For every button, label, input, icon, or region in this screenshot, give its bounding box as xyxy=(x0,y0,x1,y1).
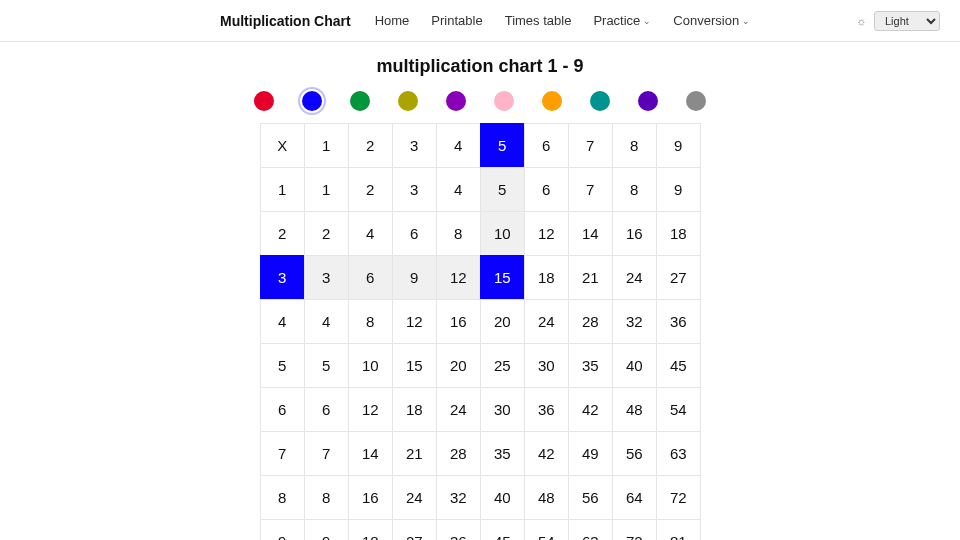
grid-cell-r2-c6[interactable]: 12 xyxy=(524,211,569,256)
grid-cell-r3-c5[interactable]: 15 xyxy=(480,255,525,300)
grid-cell-r5-c4[interactable]: 20 xyxy=(436,343,481,388)
grid-cell-r7-c7[interactable]: 49 xyxy=(568,431,613,476)
grid-cell-r8-c6[interactable]: 48 xyxy=(524,475,569,520)
grid-cell-r7-c3[interactable]: 21 xyxy=(392,431,437,476)
grid-cell-r9-c5[interactable]: 45 xyxy=(480,519,525,540)
grid-cell-r1-c7[interactable]: 7 xyxy=(568,167,613,212)
theme-select[interactable]: Light xyxy=(874,11,940,31)
grid-cell-r2-c9[interactable]: 18 xyxy=(656,211,701,256)
grid-cell-r5-c6[interactable]: 30 xyxy=(524,343,569,388)
grid-cell-r8-c3[interactable]: 24 xyxy=(392,475,437,520)
grid-cell-r9-c3[interactable]: 27 xyxy=(392,519,437,540)
color-swatch-4[interactable] xyxy=(446,91,466,111)
grid-cell-r1-c1[interactable]: 1 xyxy=(304,167,349,212)
grid-cell-r8-c4[interactable]: 32 xyxy=(436,475,481,520)
grid-col-header-1[interactable]: 1 xyxy=(304,123,349,168)
grid-cell-r9-c1[interactable]: 9 xyxy=(304,519,349,540)
grid-cell-r6-c3[interactable]: 18 xyxy=(392,387,437,432)
grid-cell-r9-c8[interactable]: 72 xyxy=(612,519,657,540)
color-swatch-6[interactable] xyxy=(542,91,562,111)
color-swatch-5[interactable] xyxy=(494,91,514,111)
grid-cell-r1-c8[interactable]: 8 xyxy=(612,167,657,212)
grid-cell-r5-c2[interactable]: 10 xyxy=(348,343,393,388)
grid-cell-r3-c3[interactable]: 9 xyxy=(392,255,437,300)
nav-item-home[interactable]: Home xyxy=(375,13,410,28)
grid-row-header-5[interactable]: 5 xyxy=(260,343,305,388)
grid-cell-r3-c6[interactable]: 18 xyxy=(524,255,569,300)
grid-cell-r2-c4[interactable]: 8 xyxy=(436,211,481,256)
grid-cell-r3-c4[interactable]: 12 xyxy=(436,255,481,300)
grid-cell-r6-c6[interactable]: 36 xyxy=(524,387,569,432)
grid-cell-r3-c7[interactable]: 21 xyxy=(568,255,613,300)
grid-cell-r6-c8[interactable]: 48 xyxy=(612,387,657,432)
grid-cell-r4-c8[interactable]: 32 xyxy=(612,299,657,344)
grid-cell-r8-c7[interactable]: 56 xyxy=(568,475,613,520)
grid-cell-r3-c1[interactable]: 3 xyxy=(304,255,349,300)
grid-row-header-8[interactable]: 8 xyxy=(260,475,305,520)
grid-cell-r8-c2[interactable]: 16 xyxy=(348,475,393,520)
nav-item-conversion[interactable]: Conversion⌄ xyxy=(673,13,750,28)
grid-row-header-4[interactable]: 4 xyxy=(260,299,305,344)
grid-cell-r5-c9[interactable]: 45 xyxy=(656,343,701,388)
grid-cell-r2-c8[interactable]: 16 xyxy=(612,211,657,256)
grid-cell-r9-c2[interactable]: 18 xyxy=(348,519,393,540)
grid-row-header-2[interactable]: 2 xyxy=(260,211,305,256)
grid-cell-r1-c2[interactable]: 2 xyxy=(348,167,393,212)
grid-cell-r6-c4[interactable]: 24 xyxy=(436,387,481,432)
grid-cell-r4-c5[interactable]: 20 xyxy=(480,299,525,344)
grid-corner[interactable]: X xyxy=(260,123,305,168)
grid-cell-r4-c4[interactable]: 16 xyxy=(436,299,481,344)
color-swatch-8[interactable] xyxy=(638,91,658,111)
grid-cell-r1-c4[interactable]: 4 xyxy=(436,167,481,212)
grid-cell-r3-c9[interactable]: 27 xyxy=(656,255,701,300)
nav-item-printable[interactable]: Printable xyxy=(431,13,482,28)
grid-cell-r7-c4[interactable]: 28 xyxy=(436,431,481,476)
grid-row-header-7[interactable]: 7 xyxy=(260,431,305,476)
grid-cell-r4-c1[interactable]: 4 xyxy=(304,299,349,344)
grid-row-header-1[interactable]: 1 xyxy=(260,167,305,212)
grid-row-header-3[interactable]: 3 xyxy=(260,255,305,300)
grid-cell-r8-c9[interactable]: 72 xyxy=(656,475,701,520)
grid-cell-r6-c1[interactable]: 6 xyxy=(304,387,349,432)
grid-cell-r1-c9[interactable]: 9 xyxy=(656,167,701,212)
color-swatch-7[interactable] xyxy=(590,91,610,111)
nav-item-times-table[interactable]: Times table xyxy=(505,13,572,28)
grid-col-header-9[interactable]: 9 xyxy=(656,123,701,168)
grid-row-header-6[interactable]: 6 xyxy=(260,387,305,432)
grid-cell-r9-c7[interactable]: 63 xyxy=(568,519,613,540)
grid-col-header-7[interactable]: 7 xyxy=(568,123,613,168)
color-swatch-9[interactable] xyxy=(686,91,706,111)
grid-cell-r4-c3[interactable]: 12 xyxy=(392,299,437,344)
grid-cell-r7-c2[interactable]: 14 xyxy=(348,431,393,476)
grid-cell-r7-c9[interactable]: 63 xyxy=(656,431,701,476)
grid-col-header-5[interactable]: 5 xyxy=(480,123,525,168)
grid-cell-r4-c2[interactable]: 8 xyxy=(348,299,393,344)
grid-row-header-9[interactable]: 9 xyxy=(260,519,305,540)
grid-cell-r3-c2[interactable]: 6 xyxy=(348,255,393,300)
color-swatch-2[interactable] xyxy=(350,91,370,111)
grid-cell-r2-c7[interactable]: 14 xyxy=(568,211,613,256)
grid-cell-r7-c5[interactable]: 35 xyxy=(480,431,525,476)
grid-col-header-4[interactable]: 4 xyxy=(436,123,481,168)
grid-cell-r1-c6[interactable]: 6 xyxy=(524,167,569,212)
grid-cell-r2-c1[interactable]: 2 xyxy=(304,211,349,256)
grid-cell-r9-c9[interactable]: 81 xyxy=(656,519,701,540)
grid-cell-r3-c8[interactable]: 24 xyxy=(612,255,657,300)
grid-cell-r2-c2[interactable]: 4 xyxy=(348,211,393,256)
grid-col-header-3[interactable]: 3 xyxy=(392,123,437,168)
grid-cell-r4-c6[interactable]: 24 xyxy=(524,299,569,344)
grid-cell-r5-c1[interactable]: 5 xyxy=(304,343,349,388)
color-swatch-1[interactable] xyxy=(302,91,322,111)
color-swatch-3[interactable] xyxy=(398,91,418,111)
grid-cell-r6-c7[interactable]: 42 xyxy=(568,387,613,432)
nav-item-practice[interactable]: Practice⌄ xyxy=(593,13,651,28)
grid-cell-r5-c3[interactable]: 15 xyxy=(392,343,437,388)
grid-col-header-8[interactable]: 8 xyxy=(612,123,657,168)
grid-col-header-2[interactable]: 2 xyxy=(348,123,393,168)
grid-cell-r6-c5[interactable]: 30 xyxy=(480,387,525,432)
grid-cell-r5-c5[interactable]: 25 xyxy=(480,343,525,388)
brand-title[interactable]: Multiplication Chart xyxy=(220,13,351,29)
grid-cell-r2-c5[interactable]: 10 xyxy=(480,211,525,256)
grid-cell-r8-c8[interactable]: 64 xyxy=(612,475,657,520)
grid-cell-r5-c8[interactable]: 40 xyxy=(612,343,657,388)
